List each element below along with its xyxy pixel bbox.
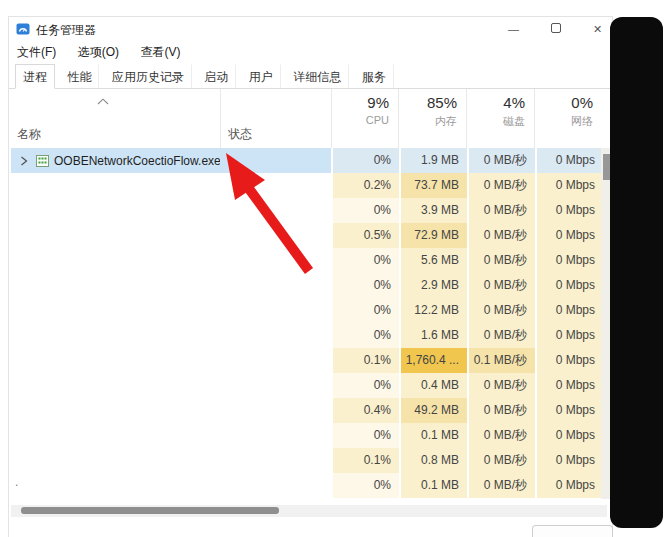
network-cell: 0 Mbps: [537, 298, 603, 323]
network-cell: 0 Mbps: [537, 148, 603, 173]
name-cell[interactable]: [11, 173, 220, 198]
cpu-cell: 0%: [333, 323, 399, 348]
title-bar[interactable]: 任务管理器 — ✕: [9, 17, 612, 41]
table-row[interactable]: 0.1%0.8 MB0 MB/秒0 Mbps: [11, 448, 607, 473]
status-cell: [220, 398, 331, 423]
name-cell[interactable]: [11, 323, 220, 348]
table-row[interactable]: 0.5%72.9 MB0 MB/秒0 Mbps: [11, 223, 607, 248]
menu-bar: 文件(F) 选项(O) 查看(V): [9, 41, 612, 63]
status-cell: [220, 273, 331, 298]
memory-label: 内存: [399, 114, 457, 129]
name-cell[interactable]: [11, 448, 220, 473]
name-cell[interactable]: [11, 248, 220, 273]
column-header-status[interactable]: 状态: [228, 126, 252, 143]
status-cell: [220, 348, 331, 373]
task-manager-icon: [16, 22, 30, 36]
network-label: 网络: [535, 114, 593, 129]
vertical-scrollbar-thumb[interactable]: [603, 154, 610, 180]
column-header-cpu[interactable]: 9% CPU: [331, 94, 397, 126]
network-cell: 0 Mbps: [537, 398, 603, 423]
table-row[interactable]: 0%3.9 MB0 MB/秒0 Mbps: [11, 198, 607, 223]
minimize-button[interactable]: —: [507, 17, 520, 41]
tab-details[interactable]: 详细信息: [285, 64, 349, 88]
maximize-icon: [551, 23, 561, 33]
table-row[interactable]: 0%2.9 MB0 MB/秒0 Mbps: [11, 273, 607, 298]
partial-button[interactable]: [532, 525, 613, 537]
network-cell: 0 Mbps: [537, 473, 603, 498]
table-row[interactable]: 0%0.1 MB0 MB/秒0 Mbps: [11, 423, 607, 448]
table-row[interactable]: 0.2%73.7 MB0 MB/秒0 Mbps: [11, 173, 607, 198]
name-cell[interactable]: OOBENetworkCoectioFlow.exe: [11, 148, 220, 173]
table-row[interactable]: 0%5.6 MB0 MB/秒0 Mbps: [11, 248, 607, 273]
disk-cell: 0 MB/秒: [469, 248, 535, 273]
name-cell[interactable]: [11, 398, 220, 423]
column-header-name[interactable]: 名称: [17, 126, 41, 143]
column-header-memory[interactable]: 85% 内存: [399, 94, 465, 129]
network-cell: 0 Mbps: [537, 448, 603, 473]
tab-performance[interactable]: 性能: [59, 64, 99, 88]
status-cell: [220, 248, 331, 273]
memory-total-percent: 85%: [399, 94, 457, 111]
status-cell: [220, 223, 331, 248]
memory-cell: 73.7 MB: [401, 173, 467, 198]
horizontal-scrollbar-thumb[interactable]: [21, 507, 279, 514]
tab-startup[interactable]: 启动: [196, 64, 236, 88]
cpu-cell: 0%: [333, 273, 399, 298]
cpu-cell: 0.2%: [333, 173, 399, 198]
status-cell: [220, 473, 331, 498]
cpu-cell: 0.5%: [333, 223, 399, 248]
table-row[interactable]: 0.4%49.2 MB0 MB/秒0 Mbps: [11, 398, 607, 423]
tab-users[interactable]: 用户: [241, 64, 281, 88]
memory-cell: 0.1 MB: [401, 423, 467, 448]
table-row[interactable]: 0%0.1 MB0 MB/秒0 Mbps: [11, 473, 607, 498]
disk-cell: 0 MB/秒: [469, 398, 535, 423]
tab-services[interactable]: 服务: [354, 64, 394, 88]
cpu-cell: 0.4%: [333, 398, 399, 423]
network-cell: 0 Mbps: [537, 273, 603, 298]
disk-cell: 0 MB/秒: [469, 198, 535, 223]
table-row[interactable]: OOBENetworkCoectioFlow.exe0%1.9 MB0 MB/秒…: [11, 148, 607, 173]
status-cell: [220, 423, 331, 448]
memory-cell: 1.9 MB: [401, 148, 467, 173]
name-cell[interactable]: [11, 198, 220, 223]
memory-cell: 5.6 MB: [401, 248, 467, 273]
cpu-cell: 0.1%: [333, 448, 399, 473]
table-row[interactable]: 0%0.4 MB0 MB/秒0 Mbps: [11, 373, 607, 398]
menu-item-file[interactable]: 文件(F): [17, 41, 56, 63]
name-cell[interactable]: [11, 423, 220, 448]
name-cell[interactable]: [11, 473, 220, 498]
column-header-network[interactable]: 0% 网络: [535, 94, 601, 129]
name-cell[interactable]: [11, 223, 220, 248]
table-row[interactable]: 0%1.6 MB0 MB/秒0 Mbps: [11, 323, 607, 348]
disk-cell: 0 MB/秒: [469, 298, 535, 323]
tab-app-history[interactable]: 应用历史记录: [104, 64, 192, 88]
disk-cell: 0 MB/秒: [469, 448, 535, 473]
disk-cell: 0 MB/秒: [469, 423, 535, 448]
maximize-button[interactable]: [549, 17, 562, 41]
disk-cell: 0 MB/秒: [469, 273, 535, 298]
memory-cell: 1,760.4 ...: [401, 348, 467, 373]
network-total-percent: 0%: [535, 94, 593, 111]
disk-cell: 0 MB/秒: [469, 323, 535, 348]
network-cell: 0 Mbps: [537, 423, 603, 448]
close-button[interactable]: ✕: [591, 17, 604, 41]
table-row[interactable]: 0.1%1,760.4 ...0.1 MB/秒0 Mbps: [11, 348, 607, 373]
horizontal-scrollbar[interactable]: [11, 505, 607, 517]
memory-cell: 3.9 MB: [401, 198, 467, 223]
name-cell[interactable]: [11, 273, 220, 298]
menu-item-view[interactable]: 查看(V): [141, 41, 181, 63]
name-cell[interactable]: [11, 298, 220, 323]
window-title: 任务管理器: [36, 22, 96, 39]
name-cell[interactable]: [11, 348, 220, 373]
menu-item-options[interactable]: 选项(O): [78, 41, 119, 63]
table-row[interactable]: 0%12.2 MB0 MB/秒0 Mbps: [11, 298, 607, 323]
cpu-cell: 0%: [333, 373, 399, 398]
exe-icon: [36, 155, 49, 167]
column-header-disk[interactable]: 4% 磁盘: [467, 94, 533, 129]
expander-chevron-icon[interactable]: [20, 156, 28, 166]
name-cell[interactable]: [11, 373, 220, 398]
tab-processes[interactable]: 进程: [15, 64, 55, 89]
memory-cell: 0.8 MB: [401, 448, 467, 473]
cpu-cell: 0%: [333, 298, 399, 323]
cpu-total-percent: 9%: [331, 94, 389, 111]
